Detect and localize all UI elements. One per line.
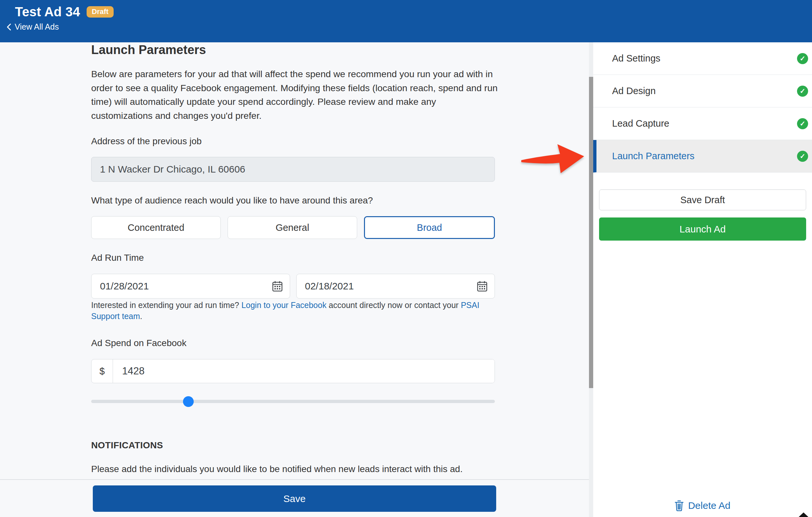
currency-prefix: $ <box>91 360 113 383</box>
check-circle-icon: ✓ <box>797 151 808 162</box>
save-draft-button[interactable]: Save Draft <box>599 190 806 210</box>
launch-ad-button[interactable]: Launch Ad <box>599 218 806 240</box>
audience-option-general[interactable]: General <box>228 216 357 239</box>
intro-text: Below are parameters for your ad that wi… <box>91 67 498 122</box>
address-field <box>91 157 495 182</box>
note-text: . <box>140 312 142 321</box>
sidebar-item-ad-design[interactable]: Ad Design ✓ <box>593 75 812 108</box>
delete-ad-button[interactable]: Delete Ad <box>593 497 812 514</box>
audience-option-broad[interactable]: Broad <box>364 216 495 239</box>
facebook-login-link[interactable]: Login to your Facebook <box>241 300 326 310</box>
back-link-label: View All Ads <box>14 22 59 32</box>
sidebar-item-label: Ad Settings <box>612 53 660 64</box>
end-date-field[interactable] <box>296 274 495 298</box>
page-title: Launch Parameters <box>91 43 206 57</box>
run-time-fields <box>91 274 495 298</box>
spend-slider-track[interactable] <box>91 400 495 403</box>
check-circle-icon: ✓ <box>797 53 808 64</box>
start-date-input[interactable] <box>100 281 233 292</box>
app-window: Test Ad 34 Draft View All Ads Launch Par… <box>0 0 812 517</box>
audience-option-concentrated[interactable]: Concentrated <box>91 216 221 239</box>
calendar-icon[interactable] <box>477 281 487 292</box>
start-date-field[interactable] <box>91 274 290 298</box>
ad-title: Test Ad 34 <box>15 5 80 19</box>
notifications-heading: NOTIFICATIONS <box>91 440 163 451</box>
note-text: Interested in extending your ad run time… <box>91 300 241 310</box>
sidebar-item-launch-parameters[interactable]: Launch Parameters ✓ <box>593 140 812 173</box>
sidebar-item-label: Lead Capture <box>612 118 669 129</box>
note-text: account directly now or contact your <box>326 300 461 310</box>
view-all-ads-link[interactable]: View All Ads <box>6 22 59 32</box>
annotation-arrow-icon <box>520 139 585 176</box>
notifications-text: Please add the individuals you would lik… <box>91 464 498 475</box>
footer-divider <box>0 479 589 480</box>
spend-field-group: $ <box>91 359 495 383</box>
top-header-bar: Test Ad 34 Draft View All Ads <box>0 0 812 42</box>
scrollbar-thumb[interactable] <box>589 77 593 388</box>
chevron-left-icon <box>6 23 11 31</box>
trash-icon <box>675 500 684 511</box>
delete-ad-label: Delete Ad <box>688 500 730 511</box>
steps-sidebar: Ad Settings ✓ Ad Design ✓ Lead Capture ✓… <box>593 42 812 517</box>
save-button[interactable]: Save <box>93 485 496 512</box>
check-circle-icon: ✓ <box>797 86 808 97</box>
status-badge: Draft <box>87 6 114 18</box>
run-time-label: Ad Run Time <box>91 253 144 263</box>
audience-question-label: What type of audience reach would you li… <box>91 195 373 206</box>
spend-slider-thumb[interactable] <box>183 396 194 407</box>
sidebar-item-label: Launch Parameters <box>612 151 694 162</box>
end-date-input[interactable] <box>305 281 438 292</box>
check-circle-icon: ✓ <box>797 118 808 129</box>
spend-label: Ad Spend on Facebook <box>91 338 186 348</box>
calendar-icon[interactable] <box>272 281 283 292</box>
extend-run-time-note: Interested in extending your ad run time… <box>91 299 487 322</box>
spend-input[interactable] <box>113 360 495 383</box>
sidebar-item-label: Ad Design <box>612 86 656 96</box>
vertical-scrollbar[interactable] <box>589 42 593 517</box>
spend-slider[interactable] <box>91 396 495 407</box>
address-label: Address of the previous job <box>91 136 202 146</box>
sidebar-item-ad-settings[interactable]: Ad Settings ✓ <box>593 42 812 75</box>
sidebar-item-lead-capture[interactable]: Lead Capture ✓ <box>593 108 812 140</box>
cursor-icon <box>798 512 809 517</box>
audience-option-group: Concentrated General Broad <box>91 216 495 239</box>
